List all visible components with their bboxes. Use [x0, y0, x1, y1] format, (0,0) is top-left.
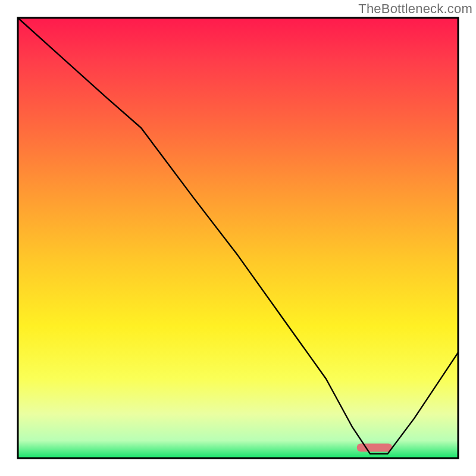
plot-background	[18, 18, 458, 458]
bottleneck-chart	[0, 0, 476, 476]
chart-container: TheBottleneck.com	[0, 0, 476, 476]
highlight-bar	[357, 444, 392, 452]
watermark-text: TheBottleneck.com	[358, 1, 472, 17]
